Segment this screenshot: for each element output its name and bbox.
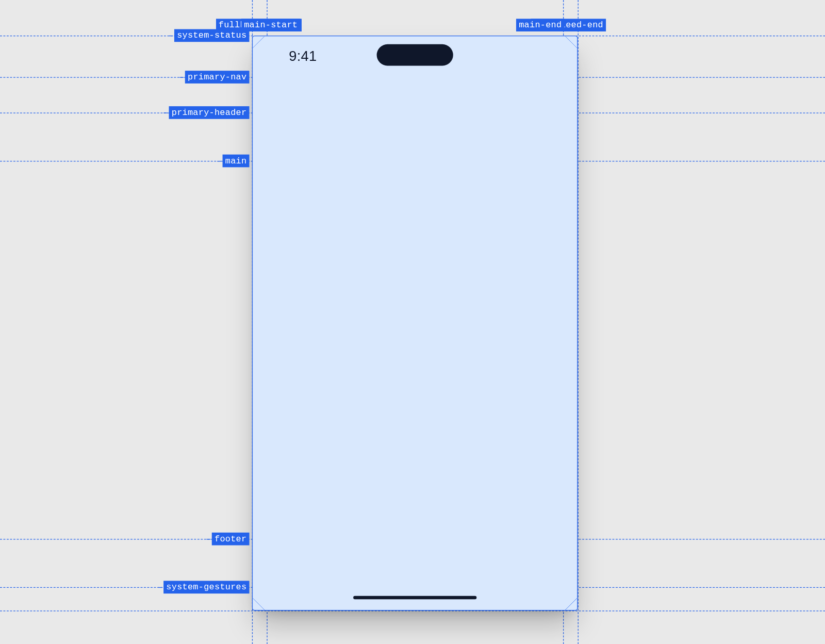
device-corner-marks <box>253 36 577 610</box>
tag-main: main <box>223 155 250 168</box>
vguide-fullbleed-end <box>578 0 579 644</box>
tag-system-gestures: system-gestures <box>163 581 249 593</box>
tag-main-start: main-start <box>241 19 300 31</box>
tag-footer: footer <box>212 533 250 546</box>
home-indicator <box>353 596 476 600</box>
tag-primary-nav: primary-nav <box>185 71 250 84</box>
tag-primary-header: primary-header <box>169 106 250 119</box>
device-frame: 9:41 <box>252 36 578 610</box>
status-time: 9:41 <box>289 48 317 64</box>
hguide-device-bottom <box>0 610 825 611</box>
diagram-stage: 9:41 fullbleed-start main-start main-end… <box>0 0 825 644</box>
tag-main-end: main-end <box>516 19 565 31</box>
status-bar: 9:41 <box>253 45 577 67</box>
